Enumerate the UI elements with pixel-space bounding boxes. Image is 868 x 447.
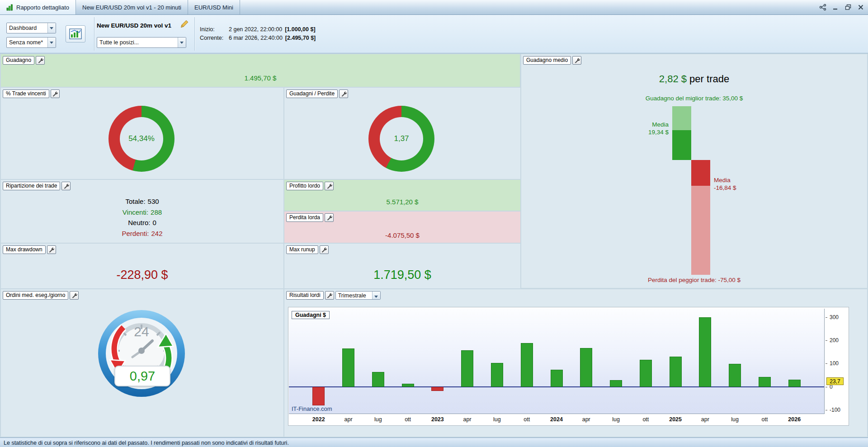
start-equity-row: Inizio: 2 gen 2022, 22:00:00 [1.000,00 $… (200, 26, 316, 33)
chart-bar[interactable] (461, 350, 473, 387)
chart-bar[interactable] (610, 380, 622, 387)
chart-bar[interactable] (521, 343, 533, 387)
tab-rapporto-dettagliato[interactable]: Rapporto dettagliato (0, 0, 76, 14)
avg-loss-label: Media (714, 176, 736, 184)
minimize-icon[interactable] (832, 4, 839, 11)
trade-breakdown-list: Totale:530 Vincenti:288 Neutro:0 Perdent… (1, 196, 283, 239)
chart-y-tick-label: 100 (830, 360, 839, 367)
breakdown-neutral-label: Neutro: (128, 219, 150, 226)
chevron-down-icon (372, 292, 380, 299)
chart-y-tick-label: -100 (830, 406, 840, 414)
breakdown-neutral-row: Neutro:0 (1, 217, 283, 228)
dashboard-select[interactable]: Dashboard (6, 23, 56, 33)
chart-y-axis: 3002001000-10023,7 (826, 309, 848, 414)
edit-pencil-button[interactable] (180, 19, 189, 30)
detach-share-icon[interactable] (819, 4, 826, 11)
wrench-icon (341, 91, 347, 97)
disclaimer-text: Le statistiche di cui sopra si riferisco… (4, 440, 289, 446)
panel-title-gross-results: Risultati lordi (286, 291, 324, 300)
chart-bar[interactable] (670, 357, 682, 386)
avg-win-bar[interactable] (672, 130, 691, 160)
chart-y-tick-label: 200 (830, 337, 839, 344)
gross-results-settings-button[interactable] (325, 291, 334, 300)
tab-strategy-chart[interactable]: New EUR/USD 20m vol v1 - 20 minuti (76, 0, 188, 14)
layout-select[interactable]: Senza nome* (6, 37, 56, 48)
panel-title-gross-profit: Profitto lordo (286, 182, 323, 190)
pencil-icon (180, 19, 189, 28)
orders-per-day-value-box: 0,97 (114, 366, 170, 386)
chart-bar[interactable] (491, 363, 503, 386)
layout-select-value: Senza nome* (7, 39, 47, 46)
chart-tick-mark (826, 363, 827, 364)
panel-trade-breakdown: Ripartizione dei trade Totale:530 Vincen… (1, 180, 283, 243)
chart-bar[interactable] (640, 360, 652, 387)
period-select[interactable]: Trimestrale (335, 291, 381, 300)
chart-tick-mark (826, 340, 827, 341)
gross-profit-value: 5.571,20 $ (284, 198, 520, 206)
start-datetime: 2 gen 2022, 22:00:00 (229, 26, 282, 33)
panel-max-runup: Max runup 1.719,50 $ (284, 244, 520, 288)
chart-bar[interactable] (342, 348, 354, 386)
chart-bar[interactable] (312, 387, 325, 405)
gross-loss-value: -4.075,50 $ (284, 231, 520, 239)
chevron-down-icon (178, 38, 186, 47)
strategy-name: New EUR/USD 20m vol v1 (97, 22, 171, 29)
chart-x-label: apr (572, 416, 601, 423)
max-runup-settings-button[interactable] (320, 245, 329, 254)
worst-trade-bar[interactable] (691, 186, 710, 275)
gross-profit-settings-button[interactable] (325, 182, 334, 190)
breakdown-total-label: Totale: (125, 198, 145, 205)
dashboard: Guadagno 1.495,70 $ % Trade vincenti 54,… (0, 53, 868, 438)
panel-title-breakdown: Ripartizione dei trade (3, 182, 60, 190)
chart-current-value-badge: 23,7 (826, 377, 844, 385)
wrench-icon (48, 247, 54, 253)
avg-gain-settings-button[interactable] (572, 56, 581, 65)
panel-avg-gain: Guadagno medio 2,82 $ per trade Guadagno… (521, 54, 867, 288)
panel-title-avg-gain: Guadagno medio (523, 56, 571, 65)
chart-bar[interactable] (431, 387, 443, 391)
max-drawdown-settings-button[interactable] (47, 245, 56, 254)
close-icon[interactable] (857, 4, 864, 11)
toolbar-separator (194, 17, 195, 51)
wrench-icon (38, 57, 43, 63)
chart-bar[interactable] (402, 384, 414, 387)
chart-bar[interactable] (580, 348, 592, 387)
avg-win-label: Media (521, 121, 669, 128)
positions-filter-select[interactable]: Tutte le posizi... (97, 37, 186, 48)
chart-tick-mark (826, 387, 827, 387)
avg-win-caption: Media 19,34 $ (521, 121, 669, 136)
chart-watermark: IT-Finance.com (292, 405, 332, 412)
start-label: Inizio: (200, 26, 229, 33)
period-select-value: Trimestrale (336, 292, 372, 299)
chart-x-label: 2026 (780, 416, 809, 423)
restore-icon[interactable] (844, 4, 852, 11)
best-trade-bar[interactable] (672, 106, 691, 130)
breakdown-settings-button[interactable] (61, 182, 71, 190)
chart-x-label: ott (631, 416, 660, 423)
report-view-button[interactable] (66, 25, 85, 42)
wrench-icon (326, 292, 332, 298)
chart-series-chip: Guadagni $ (292, 311, 330, 319)
toolbar-separator (94, 17, 95, 51)
gross-loss-settings-button[interactable] (325, 213, 334, 222)
avg-trade-bars (521, 54, 867, 288)
chart-series-label: Guadagni $ (295, 312, 326, 318)
chart-bar[interactable] (759, 377, 771, 387)
win-loss-donut: 1,37 (368, 106, 434, 172)
win-rate-settings-button[interactable] (51, 89, 60, 98)
breakdown-losers-value: 242 (151, 230, 163, 237)
gain-settings-button[interactable] (36, 56, 45, 65)
orders-settings-button[interactable] (70, 291, 79, 300)
chart-bar[interactable] (372, 372, 384, 387)
avg-loss-bar[interactable] (691, 160, 710, 186)
window-controls (819, 0, 864, 14)
tab-eurusd-mini[interactable]: EUR/USD Mini (188, 0, 240, 14)
panel-title-max-drawdown: Max drawdown (3, 245, 46, 254)
dashboard-select-value: Dashboard (7, 25, 47, 31)
chart-bar[interactable] (699, 317, 711, 387)
chart-bar[interactable] (551, 370, 563, 387)
win-loss-settings-button[interactable] (339, 89, 348, 98)
chart-bar[interactable] (788, 380, 801, 387)
chart-bar[interactable] (729, 364, 741, 386)
chart-x-axis: 2022aprlugott2023aprlugott2024aprlugott2… (289, 415, 824, 425)
